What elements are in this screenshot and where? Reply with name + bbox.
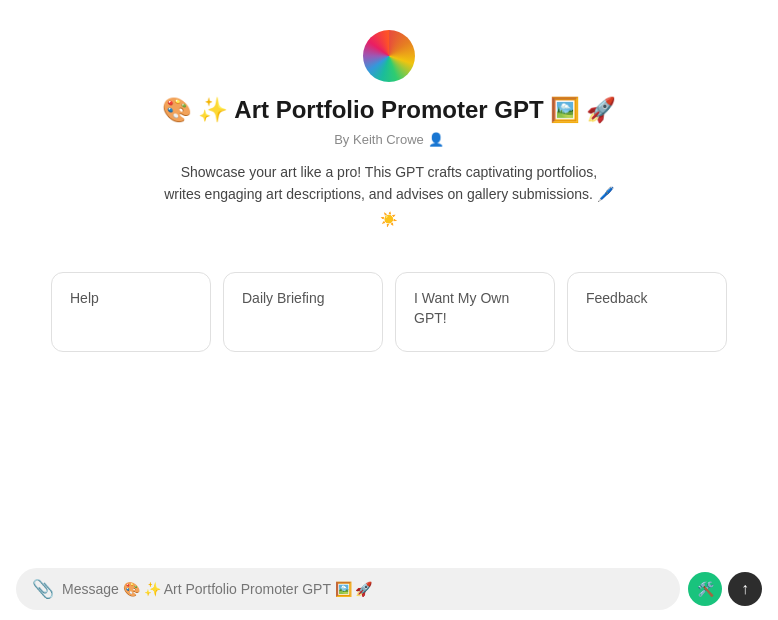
title-suffix-emoji: 🖼️ 🚀	[550, 96, 617, 124]
tools-icon: 🛠️	[697, 581, 714, 597]
attach-icon[interactable]: 📎	[32, 578, 54, 600]
main-content: 🎨 ✨ Art Portfolio Promoter GPT 🖼️ 🚀 By K…	[0, 0, 778, 558]
suggestion-cards: Help Daily Briefing I Want My Own GPT! F…	[11, 272, 767, 352]
author-text: By Keith Crowe	[334, 132, 424, 147]
send-button[interactable]: ↑	[728, 572, 762, 606]
author-person-icon: 👤	[428, 132, 444, 147]
card-help-label: Help	[70, 289, 99, 309]
description-line2: writes engaging art descriptions, and ad…	[164, 186, 614, 202]
card-feedback-label: Feedback	[586, 289, 647, 309]
card-daily-briefing[interactable]: Daily Briefing	[223, 272, 383, 352]
card-i-want-my-own-gpt-label: I Want My Own GPT!	[414, 289, 536, 328]
tools-button[interactable]: 🛠️	[688, 572, 722, 606]
card-feedback[interactable]: Feedback	[567, 272, 727, 352]
avatar	[363, 30, 415, 82]
card-daily-briefing-label: Daily Briefing	[242, 289, 324, 309]
message-input[interactable]	[62, 581, 664, 597]
description-line3: ☀️	[164, 208, 614, 230]
send-icon: ↑	[741, 580, 749, 598]
bottom-bar: 📎 🛠️ ↑	[0, 558, 778, 620]
author-row: By Keith Crowe 👤	[334, 132, 444, 147]
card-help[interactable]: Help	[51, 272, 211, 352]
card-i-want-my-own-gpt[interactable]: I Want My Own GPT!	[395, 272, 555, 352]
input-wrapper: 📎	[16, 568, 680, 610]
title-prefix-emoji: 🎨 ✨	[162, 96, 229, 124]
app-title: Art Portfolio Promoter GPT	[234, 96, 543, 124]
description-line1: Showcase your art like a pro! This GPT c…	[181, 164, 598, 180]
description: Showcase your art like a pro! This GPT c…	[164, 161, 614, 230]
right-icons: 🛠️ ↑	[688, 572, 762, 606]
title-row: 🎨 ✨ Art Portfolio Promoter GPT 🖼️ 🚀	[162, 96, 617, 124]
